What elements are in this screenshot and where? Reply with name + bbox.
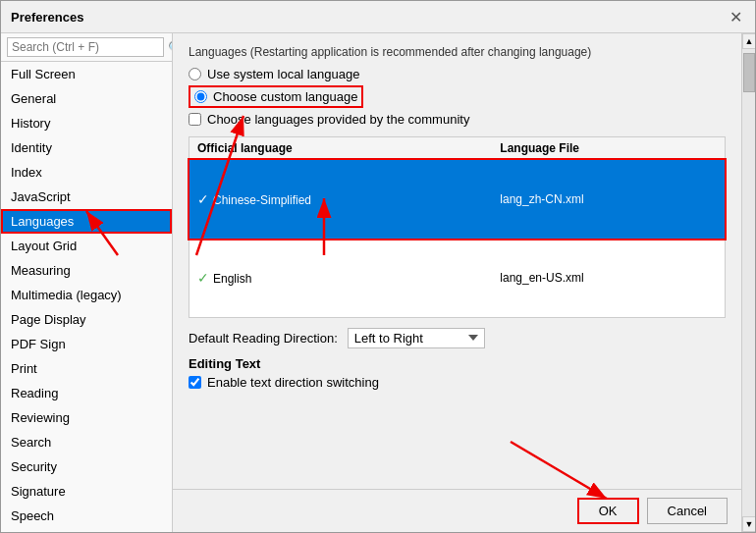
sidebar-item-page-display[interactable]: Page Display (1, 307, 172, 332)
sidebar: 🔍 Full ScreenGeneralHistoryIdentityIndex… (1, 33, 173, 532)
sidebar-item-full-screen[interactable]: Full Screen (1, 62, 172, 86)
sidebar-item-history[interactable]: History (1, 111, 172, 135)
checkbox-enable[interactable] (189, 376, 201, 389)
scroll-down-button[interactable]: ▼ (742, 516, 755, 532)
checkmark-icon: ✓ (197, 270, 209, 286)
sidebar-item-identity[interactable]: Identity (1, 135, 172, 160)
reading-dir-row: Default Reading Direction: Left to Right… (189, 328, 726, 348)
sidebar-item-speech[interactable]: Speech (1, 504, 172, 528)
reading-dir-label: Default Reading Direction: (189, 331, 338, 346)
sidebar-item-print[interactable]: Print (1, 356, 172, 381)
checkbox-community-row: Choose languages provided by the communi… (189, 112, 726, 127)
cancel-button[interactable]: Cancel (647, 498, 728, 524)
preferences-dialog: Preferences ✕ 🔍 Full ScreenGeneralHistor… (0, 0, 756, 533)
reading-dir-select[interactable]: Left to RightRight to Left (348, 328, 485, 348)
sidebar-item-multimedia-legacy[interactable]: Multimedia (legacy) (1, 283, 172, 307)
sidebar-item-pdf-sign[interactable]: PDF Sign (1, 332, 172, 356)
sidebar-item-reviewing[interactable]: Reviewing (1, 405, 172, 430)
ok-button[interactable]: OK (577, 498, 639, 524)
radio-custom-label[interactable]: Choose custom language (213, 89, 357, 104)
main-content: Languages (Restarting application is rec… (173, 33, 741, 489)
radio-system[interactable] (189, 68, 201, 80)
main-description: Languages (Restarting application is rec… (189, 45, 726, 59)
search-box: 🔍 (1, 33, 172, 62)
checkbox-community-label[interactable]: Choose languages provided by the communi… (207, 112, 469, 127)
scrollbar-track (742, 49, 755, 516)
language-table: Official language Language File ✓Chinese… (189, 137, 725, 317)
sidebar-item-measuring[interactable]: Measuring (1, 258, 172, 283)
radio-custom[interactable] (194, 90, 207, 103)
radio-custom-row: Choose custom language (189, 85, 363, 108)
sidebar-item-general[interactable]: General (1, 86, 172, 111)
sidebar-list: Full ScreenGeneralHistoryIdentityIndexJa… (1, 62, 172, 532)
language-table-container: Official language Language File ✓Chinese… (189, 136, 726, 318)
sidebar-item-languages[interactable]: Languages (1, 209, 172, 234)
sidebar-item-layout-grid[interactable]: Layout Grid (1, 234, 172, 258)
table-row[interactable]: ✓Chinese-Simplifiedlang_zh-CN.xml (189, 160, 725, 240)
table-row[interactable]: ✓Englishlang_en-US.xml (189, 239, 725, 316)
checkmark-icon: ✓ (197, 191, 209, 207)
sidebar-item-reading[interactable]: Reading (1, 381, 172, 405)
sidebar-item-search[interactable]: Search (1, 430, 172, 454)
radio-system-row: Use system local language (189, 67, 726, 81)
col-official-language: Official language (189, 137, 492, 160)
checkbox-community[interactable] (189, 113, 201, 126)
checkbox-enable-row: Enable text direction switching (189, 375, 726, 390)
radio-system-label[interactable]: Use system local language (207, 67, 359, 81)
sidebar-item-javascript[interactable]: JavaScript (1, 185, 172, 209)
dialog-body: 🔍 Full ScreenGeneralHistoryIdentityIndex… (1, 33, 755, 532)
col-language-file: Language File (492, 137, 725, 160)
sidebar-item-signature[interactable]: Signature (1, 479, 172, 504)
scrollbar-thumb[interactable] (743, 53, 755, 92)
title-bar: Preferences ✕ (1, 1, 755, 33)
scroll-up-button[interactable]: ▲ (742, 33, 755, 49)
main-panel: Languages (Restarting application is rec… (173, 33, 741, 532)
sidebar-item-index[interactable]: Index (1, 160, 172, 185)
editing-text-section: Editing Text Enable text direction switc… (189, 356, 726, 390)
editing-text-title: Editing Text (189, 356, 726, 371)
checkbox-enable-label[interactable]: Enable text direction switching (207, 375, 379, 390)
sidebar-item-security[interactable]: Security (1, 454, 172, 479)
dialog-title: Preferences (11, 10, 83, 25)
search-input[interactable] (7, 37, 164, 57)
scrollbar-right: ▲ ▼ (741, 33, 755, 532)
close-button[interactable]: ✕ (726, 7, 745, 27)
footer: OK Cancel (173, 489, 741, 532)
